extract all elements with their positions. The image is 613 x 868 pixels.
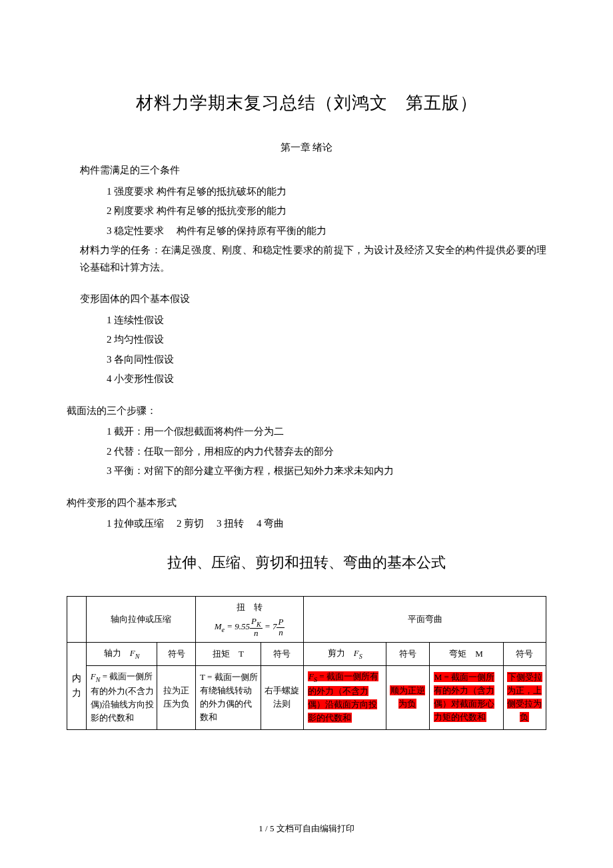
cell-m-def: M = 截面一侧所有的外力（含力偶）对截面形心力矩的代数和 — [429, 666, 503, 730]
assumptions-label: 变形固体的四个基本假设 — [80, 291, 546, 308]
list-item: 3 稳定性要求 构件有足够的保持原有平衡的能力 — [107, 223, 546, 240]
section-method-label: 截面法的三个步骤： — [67, 403, 546, 420]
list-item: 2 均匀性假设 — [107, 331, 546, 349]
cell-sign: 符号 — [386, 642, 429, 665]
list-item: 3 平衡：对留下的部分建立平衡方程，根据已知外力来求未知内力 — [107, 463, 546, 480]
header-torsion: 扭 转 Me = 9.55PKn = 7Pn — [196, 596, 304, 642]
conditions-label: 构件需满足的三个条件 — [80, 162, 546, 179]
table-row: 内力 轴力 FN 符号 扭矩 T 符号 剪力 FS 符号 弯矩 M 符号 — [67, 642, 546, 665]
formula-eq2: = 7 — [263, 621, 277, 631]
cell-torque: 扭矩 T — [196, 642, 261, 665]
formula-table: 轴向拉伸或压缩 扭 转 Me = 9.55PKn = 7Pn 平面弯曲 内力 轴… — [67, 596, 546, 730]
list-item: 1 截开：用一个假想截面将构件一分为二 — [107, 423, 546, 441]
blank-cell — [67, 596, 87, 642]
table-row: FN = 截面一侧所有的外力(不含力偶)沿轴线方向投影的代数和 拉为正压为负 T… — [67, 666, 546, 730]
cell-moment: 弯矩 M — [429, 642, 503, 665]
forms-line: 1 拉伸或压缩 2 剪切 3 扭转 4 弯曲 — [107, 515, 546, 533]
cell-axial-force: 轴力 FN — [86, 642, 157, 665]
list-item: 2 刚度要求 构件有足够的抵抗变形的能力 — [107, 203, 546, 220]
chapter-heading: 第一章 绪论 — [67, 141, 546, 154]
fraction-p-n: Pn — [277, 617, 285, 637]
subtitle: 拉伸、压缩、剪切和扭转、弯曲的基本公式 — [67, 553, 546, 573]
list-item: 1 连续性假设 — [107, 312, 546, 329]
list-item: 1 强度要求 构件有足够的抵抗破坏的能力 — [107, 183, 546, 201]
cell-sign: 符号 — [503, 642, 546, 665]
cell-fn-def: FN = 截面一侧所有的外力(不含力偶)沿轴线方向投影的代数和 — [86, 666, 157, 730]
cell-fn-sign: 拉为正压为负 — [157, 666, 196, 730]
cell-t-def: T = 截面一侧所有绕轴线转动的外力偶的代数和 — [196, 666, 261, 730]
list-item: 3 各向同性假设 — [107, 351, 546, 369]
cell-sign: 符号 — [261, 642, 303, 665]
cell-shear: 剪力 FS — [304, 642, 386, 665]
cell-sign: 符号 — [157, 642, 196, 665]
header-bending: 平面弯曲 — [304, 596, 546, 642]
cell-m-sign: 下侧受拉为正，上侧受拉为负 — [503, 666, 546, 730]
fraction-pk-n: PKn — [250, 617, 263, 638]
row-label-internal-force: 内力 — [67, 642, 87, 729]
forms-label: 构件变形的四个基本形式 — [67, 495, 546, 512]
header-axial: 轴向拉伸或压缩 — [86, 596, 195, 642]
task-paragraph: 材料力学的任务：在满足强度、刚度、和稳定性要求的前提下，为设计及经济又安全的构件… — [80, 242, 546, 276]
torsion-label: 扭 转 — [237, 602, 263, 612]
formula-eq1: = 9.55 — [225, 621, 250, 631]
cell-fs-def: FS = 截面一侧所有的外力（不含力偶）沿截面方向投影的代数和 — [304, 666, 386, 730]
list-item: 4 小变形性假设 — [107, 371, 546, 388]
doc-title: 材料力学期末复习总结（刘鸿文 第五版） — [67, 91, 546, 115]
formula-Me: Me — [215, 621, 225, 631]
list-item: 2 代替：任取一部分，用相应的内力代替弃去的部分 — [107, 443, 546, 461]
cell-fs-sign: 顺为正逆为负 — [386, 666, 429, 730]
cell-t-sign: 右手螺旋法则 — [261, 666, 303, 730]
page-footer: 1 / 5 文档可自由编辑打印 — [0, 823, 613, 835]
